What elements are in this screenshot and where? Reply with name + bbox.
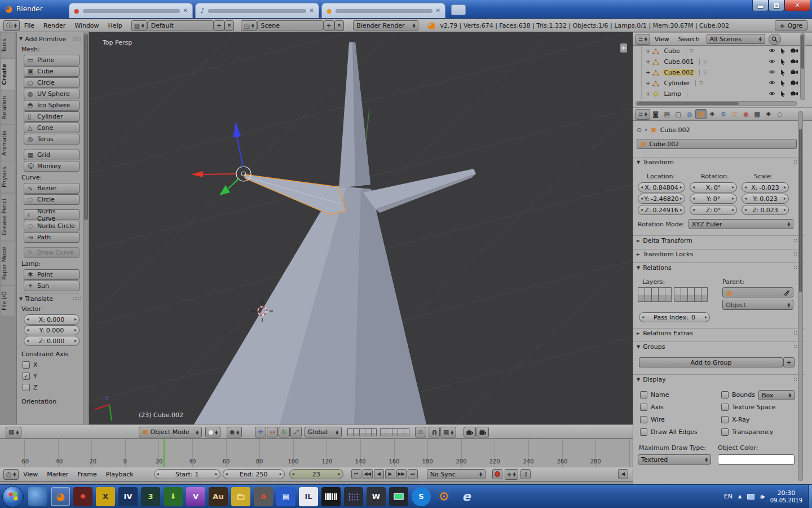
decrement-icon[interactable] (641, 208, 643, 212)
translate-panel-header[interactable]: Translate (19, 294, 81, 304)
selectability-cursor-icon[interactable] (780, 48, 785, 54)
scene-name-field[interactable]: Scene (257, 20, 324, 30)
outliner-item-cylinder[interactable]: Cylinder (633, 78, 800, 89)
item-name[interactable]: Cylinder (661, 80, 692, 87)
display-wire-checkbox[interactable] (640, 416, 647, 423)
pass-index-field[interactable]: Pass Index:0 (639, 312, 710, 322)
taskbar-icon-3ds-max[interactable]: 3 (141, 487, 160, 506)
render-engine-dropdown[interactable]: Blender Render (353, 20, 418, 30)
properties-scrollbar[interactable] (798, 111, 803, 481)
sync-mode-dropdown[interactable]: No Sync (427, 469, 486, 479)
taskbar-icon-internet-explorer[interactable]: e (457, 487, 476, 506)
add-ico-sphere-button[interactable]: Ico Sphere (24, 100, 80, 111)
taskbar-icon-iv-app[interactable]: IV (118, 487, 138, 506)
scale-y-field[interactable]: Y:0.023 (742, 194, 789, 204)
mode-dropdown[interactable]: Object Mode (139, 427, 202, 437)
scene-browse-button[interactable] (241, 20, 257, 31)
tray-volume-icon[interactable] (760, 493, 765, 500)
tab-particles-icon[interactable] (763, 109, 774, 119)
panel-drag-icon[interactable] (73, 296, 81, 301)
menu-window[interactable]: Window (70, 22, 103, 29)
layers-grid-right[interactable] (674, 287, 708, 302)
region-collapse-button[interactable] (620, 43, 627, 52)
toolshelf-scrollbar[interactable] (83, 32, 89, 424)
tab-modifiers-icon[interactable] (718, 109, 729, 119)
display-xray-checkbox[interactable] (721, 416, 729, 423)
insert-keyframe-button[interactable] (520, 469, 531, 479)
taskbar-icon-xilisoft[interactable]: X (96, 487, 115, 506)
shelf-tab-relations[interactable]: Relation (1, 91, 15, 124)
decrement-icon[interactable] (641, 185, 643, 190)
rotation-y-field[interactable]: Y:0° (690, 194, 737, 204)
layout-name-field[interactable]: Default (147, 20, 214, 30)
delta-transform-panel-header[interactable]: Delta Transform (633, 235, 805, 246)
new-tab-button[interactable] (451, 5, 466, 15)
display-transparency-checkbox[interactable] (721, 428, 729, 436)
increment-icon[interactable] (74, 328, 77, 332)
language-indicator[interactable]: EN (724, 493, 732, 500)
vector-y-field[interactable]: Y:0.000 (24, 325, 80, 335)
editor-type-button[interactable] (3, 20, 20, 31)
increment-icon[interactable] (338, 472, 341, 476)
constraint-x-checkbox[interactable] (23, 361, 30, 369)
taskbar-icon-blue-doc[interactable] (276, 487, 295, 506)
tab-world-icon[interactable] (684, 109, 695, 119)
menu-render[interactable]: Render (39, 22, 70, 29)
layers-grid-left[interactable] (638, 287, 672, 302)
jump-to-end-button[interactable] (408, 469, 418, 479)
decrement-icon[interactable] (292, 472, 294, 476)
scrollbar-thumb[interactable] (84, 34, 88, 220)
renderability-camera-icon[interactable] (791, 59, 798, 64)
decrement-icon[interactable] (157, 472, 159, 476)
decrement-icon[interactable] (744, 185, 747, 190)
add-monkey-button[interactable]: Monkey (24, 161, 80, 172)
object-color-swatch[interactable] (718, 454, 795, 465)
region-collapse-button[interactable] (618, 469, 628, 479)
taskbar-icon-vegas[interactable]: V (186, 487, 205, 506)
decrement-icon[interactable] (642, 315, 644, 319)
item-name[interactable]: Cube.002 (661, 69, 696, 76)
item-name[interactable]: Cube.001 (661, 58, 696, 65)
outliner-display-dropdown[interactable]: All Scenes (707, 34, 765, 44)
taskbar-icon-midi-keyboard[interactable] (321, 487, 341, 506)
shelf-tab-file-io[interactable]: File I/O (1, 286, 15, 316)
rotation-z-field[interactable]: Z:0° (690, 205, 737, 215)
play-reverse-button[interactable] (374, 469, 384, 479)
pin-icon[interactable] (637, 127, 642, 133)
increment-icon[interactable] (215, 472, 218, 476)
decrement-icon[interactable] (692, 208, 695, 212)
increment-icon[interactable] (705, 315, 707, 319)
groups-panel-header[interactable]: Groups (633, 341, 805, 352)
parent-type-dropdown[interactable]: Object (722, 300, 793, 310)
display-axis-checkbox[interactable] (640, 404, 647, 411)
display-bounds-checkbox[interactable] (721, 391, 729, 398)
tray-expand-icon[interactable] (738, 494, 742, 499)
timeline-menu-playback[interactable]: Playback (102, 471, 138, 478)
minimize-button[interactable] (752, 0, 769, 11)
rotation-x-field[interactable]: X:0° (690, 182, 737, 192)
taskbar-icon-explorer-folder[interactable] (231, 487, 250, 506)
rotation-mode-dropdown[interactable]: XYZ Euler (689, 219, 793, 229)
next-keyframe-button[interactable] (396, 469, 407, 479)
maximum-draw-type-dropdown[interactable]: Textured (638, 454, 711, 465)
parent-object-field[interactable] (722, 287, 793, 297)
snap-toggle-button[interactable] (429, 427, 440, 437)
visibility-eye-icon[interactable] (769, 59, 775, 64)
timeline-menu-view[interactable]: View (19, 471, 42, 478)
viewport-shading-dropdown[interactable] (205, 427, 220, 437)
display-name-checkbox[interactable] (640, 391, 647, 398)
breadcrumb-object[interactable]: Cube.002 (660, 126, 690, 134)
tab-scene-icon[interactable] (673, 109, 684, 119)
add-cone-button[interactable]: Cone (24, 122, 80, 133)
play-button[interactable] (385, 469, 395, 479)
taskbar-icon-audition[interactable]: Au (209, 487, 228, 506)
scale-manipulator-button[interactable] (290, 427, 302, 437)
decrement-icon[interactable] (692, 196, 695, 201)
increment-icon[interactable] (784, 196, 786, 201)
rotate-manipulator-button[interactable] (279, 427, 290, 437)
timeline-menu-marker[interactable]: Marker (42, 471, 73, 478)
add-primitive-panel-header[interactable]: Add Primitive (19, 34, 81, 44)
add-torus-button[interactable]: Torus (24, 134, 80, 144)
add-curve-circle-button[interactable]: Circle (24, 194, 80, 205)
relations-panel-header[interactable]: Relations (633, 262, 805, 273)
